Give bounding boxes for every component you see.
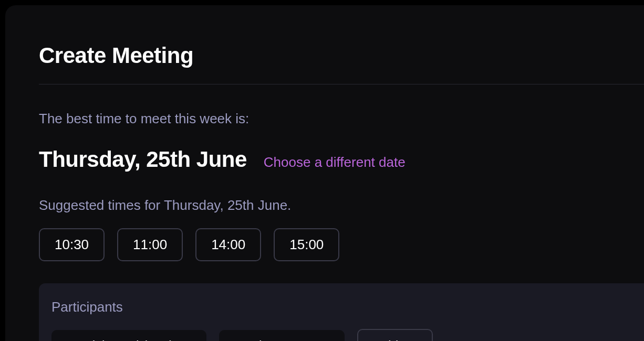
selected-date: Thursday, 25th June: [39, 147, 247, 172]
participants-box: Participants Patrick Ford (You) Design T…: [39, 283, 644, 341]
time-slot-0[interactable]: 10:30: [39, 228, 105, 261]
time-slot-3[interactable]: 15:00: [274, 228, 339, 261]
participant-chip-label: Patrick Ford (You): [68, 338, 174, 341]
participant-chip-1: Design Team: [219, 330, 345, 341]
create-meeting-panel: Create Meeting The best time to meet thi…: [5, 5, 644, 341]
suggested-times-label: Suggested times for Thursday, 25th June.: [39, 197, 644, 214]
add-participant-button[interactable]: Add: [357, 329, 433, 341]
best-time-subtitle: The best time to meet this week is:: [39, 111, 644, 127]
page-title: Create Meeting: [39, 43, 644, 68]
date-row: Thursday, 25th June Choose a different d…: [39, 147, 644, 172]
change-date-link[interactable]: Choose a different date: [264, 154, 406, 170]
participant-chip-label: Design Team: [236, 338, 312, 341]
time-slots: 10:30 11:00 14:00 15:00: [39, 228, 644, 261]
participant-chip-0: Patrick Ford (You): [51, 330, 206, 341]
time-slot-2[interactable]: 14:00: [195, 228, 261, 261]
time-slot-1[interactable]: 11:00: [117, 228, 183, 261]
divider: [39, 84, 644, 84]
participants-chips: Patrick Ford (You) Design Team: [51, 329, 644, 341]
add-participant-label: Add: [375, 338, 398, 341]
participants-label: Participants: [51, 299, 644, 315]
